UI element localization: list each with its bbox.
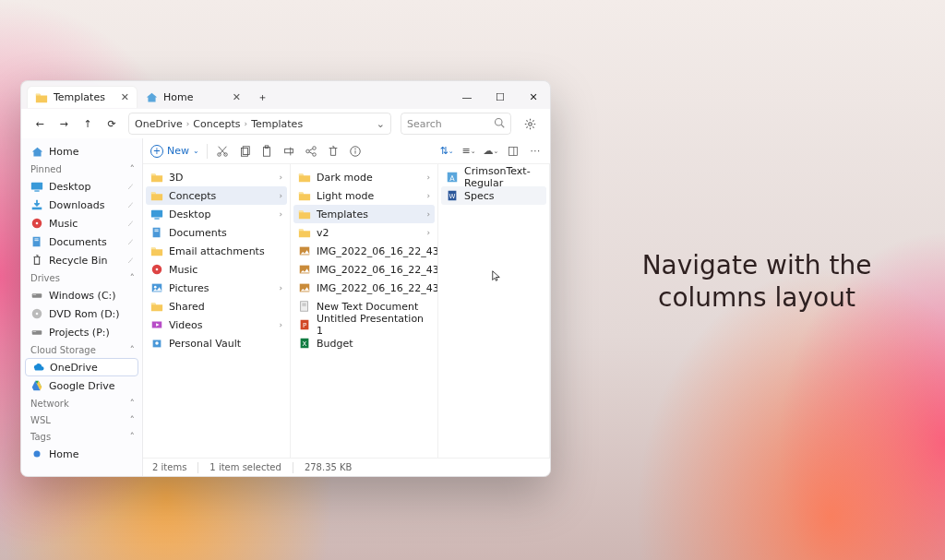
- folder-icon: [150, 300, 163, 313]
- sidebar-group-header[interactable]: Cloud Storage˄: [21, 341, 142, 358]
- list-item[interactable]: IMG_2022_06_16_22_43: [291, 279, 437, 297]
- sidebar-item[interactable]: Home: [21, 445, 142, 463]
- sidebar-group-header[interactable]: Pinned˄: [21, 161, 142, 177]
- chevron-down-icon: ⌄: [193, 147, 199, 155]
- paste-icon[interactable]: [259, 144, 274, 159]
- sidebar-item[interactable]: Projects (P:): [21, 323, 142, 341]
- sidebar-item[interactable]: Google Drive: [21, 376, 142, 395]
- preview-icon[interactable]: [506, 144, 520, 159]
- svg-line-32: [309, 151, 313, 153]
- delete-icon[interactable]: [326, 144, 341, 159]
- new-button[interactable]: + New ⌄: [150, 145, 199, 158]
- maximize-button[interactable]: ☐: [484, 84, 517, 110]
- tab-home[interactable]: Home ✕: [138, 86, 248, 108]
- recycle-icon: [30, 254, 43, 267]
- list-item[interactable]: IMG_2022_06_16_22_43: [291, 260, 437, 279]
- new-tab-button[interactable]: ＋: [252, 87, 272, 107]
- sidebar-item[interactable]: Desktop⟋: [21, 177, 142, 196]
- list-item[interactable]: Pictures›: [143, 279, 290, 297]
- search-input[interactable]: Search: [401, 113, 511, 135]
- settings-button[interactable]: [520, 118, 539, 130]
- videos-icon: [150, 318, 163, 331]
- search-placeholder: Search: [407, 118, 442, 130]
- cut-icon[interactable]: [215, 144, 230, 159]
- column-2: Dark mode›Light mode›Templates›v2›IMG_20…: [291, 164, 438, 458]
- list-item[interactable]: PUntitled Presentation 1: [291, 316, 437, 334]
- list-item[interactable]: Email attachments: [143, 242, 290, 260]
- list-item[interactable]: ACrimsonText-Regular: [438, 168, 549, 186]
- sidebar-item[interactable]: Downloads⟋: [21, 196, 142, 214]
- close-button[interactable]: ✕: [517, 84, 550, 110]
- breadcrumb-seg[interactable]: OneDrive: [135, 118, 183, 130]
- chevron-right-icon: ›: [426, 209, 430, 219]
- info-icon[interactable]: [348, 144, 363, 159]
- refresh-button[interactable]: ⟳: [104, 116, 119, 131]
- item-label: Videos: [169, 319, 203, 331]
- item-label: IMG_2022_06_16_22_43: [317, 282, 438, 294]
- svg-text:X: X: [303, 340, 307, 348]
- search-icon: [494, 117, 505, 131]
- list-item[interactable]: IMG_2022_06_16_22_43: [291, 242, 437, 260]
- sidebar-item[interactable]: Music⟋: [21, 214, 142, 232]
- breadcrumb-seg[interactable]: Templates: [251, 118, 303, 130]
- tab-close-icon[interactable]: ✕: [233, 91, 241, 103]
- tab-templates[interactable]: Templates ✕: [27, 86, 138, 108]
- svg-rect-15: [32, 330, 42, 334]
- list-item[interactable]: Light mode›: [291, 186, 437, 205]
- sidebar-group-header[interactable]: Drives˄: [21, 269, 142, 286]
- svg-rect-36: [509, 147, 518, 155]
- list-item[interactable]: XBudget: [291, 334, 437, 352]
- sidebar-group-header[interactable]: Tags˄: [21, 428, 142, 445]
- svg-rect-53: [301, 302, 308, 312]
- rename-icon[interactable]: [281, 144, 296, 159]
- view-icon[interactable]: ≡⌄: [461, 144, 476, 159]
- item-label: IMG_2022_06_16_22_43: [317, 264, 438, 276]
- breadcrumb-seg[interactable]: Concepts: [193, 118, 240, 130]
- list-item[interactable]: Concepts›: [146, 186, 287, 205]
- tag-icon: [30, 447, 43, 460]
- list-item[interactable]: 3D›: [143, 168, 290, 186]
- group-title: Network: [30, 399, 69, 409]
- list-item[interactable]: v2›: [291, 223, 437, 242]
- sidebar-item[interactable]: DVD Rom (D:): [21, 304, 142, 323]
- chevron-right-icon: ›: [279, 320, 282, 329]
- chevron-down-icon[interactable]: ⌄: [377, 118, 385, 130]
- list-item[interactable]: Templates›: [293, 205, 435, 223]
- tab-close-icon[interactable]: ✕: [121, 91, 129, 103]
- list-item[interactable]: Desktop›: [143, 205, 290, 223]
- sidebar-group-header[interactable]: WSL˄: [21, 411, 142, 428]
- item-label: Documents: [169, 227, 227, 239]
- sidebar-item[interactable]: OneDrive: [25, 358, 138, 376]
- list-item[interactable]: Shared: [143, 297, 290, 316]
- list-item[interactable]: Dark mode›: [291, 168, 437, 186]
- list-item[interactable]: Videos›: [143, 316, 290, 334]
- sidebar-group-header[interactable]: Network˄: [21, 395, 142, 411]
- copy-icon[interactable]: [237, 144, 252, 159]
- more-icon[interactable]: ⋯: [528, 144, 543, 159]
- sort-icon[interactable]: ⇅⌄: [439, 144, 454, 159]
- list-item[interactable]: Personal Vault: [143, 334, 290, 352]
- sidebar-home[interactable]: Home: [21, 142, 142, 161]
- back-button[interactable]: ←: [32, 116, 47, 131]
- sidebar-item[interactable]: Documents⟋: [21, 232, 142, 251]
- svg-rect-4: [34, 190, 39, 191]
- sidebar-item-label: Home: [49, 448, 78, 460]
- svg-rect-9: [34, 239, 38, 240]
- list-item[interactable]: Music: [143, 260, 290, 279]
- item-label: Concepts: [169, 190, 216, 202]
- list-item[interactable]: Documents: [143, 223, 290, 242]
- list-item[interactable]: WSpecs: [441, 186, 546, 205]
- item-label: CrimsonText-Regular: [464, 165, 542, 189]
- forward-button[interactable]: →: [56, 116, 71, 131]
- up-button[interactable]: ↑: [80, 116, 95, 131]
- svg-line-1: [501, 125, 504, 127]
- share-icon[interactable]: [304, 144, 318, 159]
- minimize-button[interactable]: —: [450, 84, 484, 110]
- item-label: Untitled Presentation 1: [317, 313, 430, 337]
- cloud-icon[interactable]: ☁⌄: [484, 144, 498, 159]
- music-red-icon: [150, 263, 163, 276]
- sidebar-item[interactable]: Recycle Bin⟋: [21, 251, 142, 269]
- status-selected: 1 item selected: [209, 462, 281, 472]
- address-bar[interactable]: OneDrive › Concepts › Templates ⌄: [128, 113, 391, 135]
- sidebar-item[interactable]: Windows (C:): [21, 286, 142, 304]
